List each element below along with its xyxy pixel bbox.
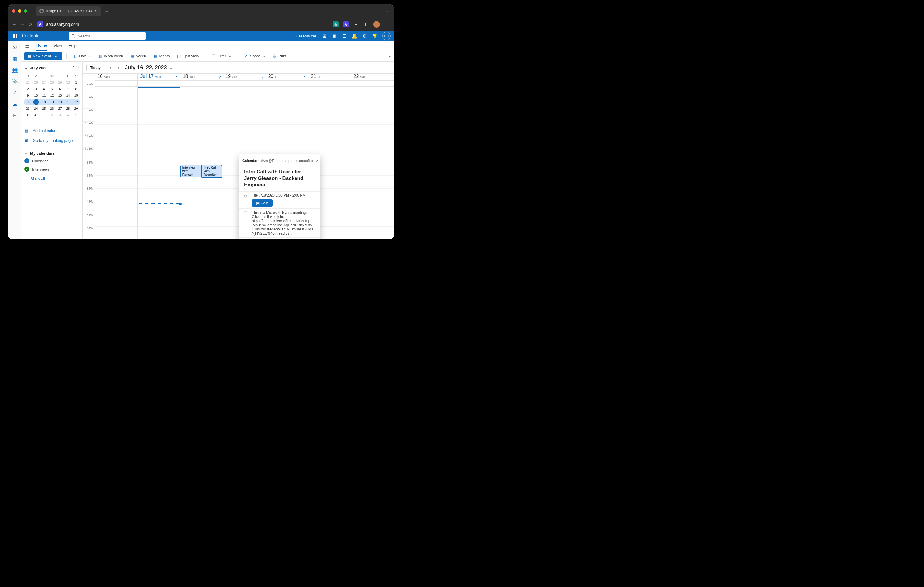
mail-icon[interactable]: ✉: [12, 44, 18, 50]
profile-badge[interactable]: OH: [382, 32, 391, 40]
hour-cell[interactable]: [95, 163, 137, 176]
hour-cell[interactable]: [266, 125, 308, 137]
mini-cal-day[interactable]: 3: [56, 112, 64, 118]
mini-cal-day[interactable]: 6: [56, 86, 64, 92]
app-launcher-button[interactable]: [11, 34, 18, 38]
all-day-row[interactable]: [137, 81, 180, 86]
hour-cell[interactable]: [137, 87, 180, 99]
mini-cal-day[interactable]: 15: [72, 92, 80, 99]
hour-cell[interactable]: [351, 201, 394, 214]
hour-cell[interactable]: [309, 112, 351, 125]
calendar-icon[interactable]: ▦: [12, 56, 18, 62]
day-column[interactable]: Jul 17Mon⚲: [137, 74, 180, 239]
day-header[interactable]: 21Fri⚲: [309, 74, 351, 81]
hour-cell[interactable]: [95, 87, 137, 99]
location-pin-icon[interactable]: ⚲: [176, 75, 178, 79]
more-apps-icon[interactable]: ⊞: [12, 112, 18, 118]
view-month-button[interactable]: ▦Month: [151, 53, 172, 59]
mini-cal-day[interactable]: 17: [32, 99, 40, 105]
hour-cell[interactable]: [309, 125, 351, 137]
day-header[interactable]: 19Wed⚲: [223, 74, 265, 81]
hour-cell[interactable]: [266, 137, 308, 150]
search-input[interactable]: [69, 32, 145, 40]
teams-icon[interactable]: ▣: [332, 33, 337, 39]
tab-view[interactable]: View: [54, 41, 62, 51]
calendar-event[interactable]: Interview with Reteam MicrosoftOliver Hi…: [180, 165, 201, 177]
meet-now-icon[interactable]: ⊞: [322, 33, 327, 39]
address-bar[interactable]: A app.ashbyhq.com: [36, 21, 329, 27]
mini-cal-day[interactable]: 13: [56, 92, 64, 99]
calendar-list-item[interactable]: ✓Interviews: [24, 165, 80, 173]
hour-cell[interactable]: [309, 137, 351, 150]
hour-cell[interactable]: [137, 214, 180, 227]
hour-cell[interactable]: [95, 201, 137, 214]
hour-cell[interactable]: [137, 150, 180, 163]
mini-cal-day[interactable]: 25: [24, 79, 32, 86]
location-pin-icon[interactable]: ⚲: [347, 75, 349, 79]
all-day-row[interactable]: [266, 81, 308, 86]
day-header[interactable]: 18Tue⚲: [180, 74, 223, 81]
hour-cell[interactable]: [351, 99, 394, 112]
hour-cell[interactable]: [137, 125, 180, 137]
hour-cell[interactable]: [351, 163, 394, 176]
hour-cell[interactable]: [351, 150, 394, 163]
mini-cal-day[interactable]: 26: [48, 105, 56, 112]
hour-cell[interactable]: [266, 112, 308, 125]
filter-button[interactable]: ☰Filter⌄: [210, 53, 233, 59]
location-pin-icon[interactable]: ⚲: [218, 75, 221, 79]
tips-icon[interactable]: 💡: [372, 33, 378, 39]
my-calendars-header[interactable]: ⌄My calendars: [24, 150, 80, 157]
people-icon[interactable]: 👥: [12, 67, 18, 73]
hour-cell[interactable]: [351, 137, 394, 150]
hour-cell[interactable]: [180, 150, 223, 163]
hour-cell[interactable]: [351, 214, 394, 227]
extensions-menu-icon[interactable]: ✦: [353, 21, 359, 27]
hour-cell[interactable]: [95, 150, 137, 163]
mini-cal-day[interactable]: 14: [64, 92, 72, 99]
next-month-button[interactable]: ˅: [78, 66, 79, 70]
back-button[interactable]: ←: [12, 22, 16, 27]
hour-cell[interactable]: [137, 163, 180, 176]
next-week-button[interactable]: ›: [117, 64, 120, 71]
hour-cell[interactable]: [180, 87, 223, 99]
day-header[interactable]: 20Thu⚲: [266, 74, 308, 81]
hour-cell[interactable]: [137, 137, 180, 150]
mini-cal-day[interactable]: 20: [56, 99, 64, 105]
view-day-button[interactable]: ▯Day⌄: [71, 53, 93, 59]
all-day-row[interactable]: [351, 81, 394, 86]
hour-cell[interactable]: [95, 112, 137, 125]
forward-button[interactable]: →: [20, 22, 25, 27]
nav-toggle-button[interactable]: ☰: [25, 43, 30, 49]
prev-week-button[interactable]: ‹: [109, 64, 112, 71]
today-button[interactable]: Today: [86, 64, 104, 71]
files-icon[interactable]: 📎: [12, 78, 18, 84]
new-event-button[interactable]: ▦ New event ⌄: [25, 52, 62, 60]
mini-cal-day[interactable]: 21: [64, 99, 72, 105]
hour-cell[interactable]: [180, 112, 223, 125]
hour-cell[interactable]: [180, 99, 223, 112]
hour-cell[interactable]: [180, 227, 223, 239]
day-column[interactable]: 16Sun: [95, 74, 137, 239]
hour-cell[interactable]: [351, 227, 394, 239]
mini-cal-day[interactable]: 1: [72, 79, 80, 86]
show-all-link[interactable]: Show all: [24, 173, 80, 184]
all-day-row[interactable]: [180, 81, 223, 86]
hour-cell[interactable]: [137, 227, 180, 239]
day-header[interactable]: 16Sun: [95, 74, 137, 81]
hour-cell[interactable]: [223, 137, 265, 150]
hour-cell[interactable]: [95, 125, 137, 137]
day-column[interactable]: 18Tue⚲Interview with Reteam MicrosoftOli…: [180, 74, 223, 239]
mini-cal-day[interactable]: 16: [24, 99, 32, 105]
hour-cell[interactable]: [351, 176, 394, 189]
browser-tab[interactable]: ◉ image (20).png (3450×1934) ✕: [36, 6, 101, 16]
mini-cal-day[interactable]: 11: [40, 92, 48, 99]
mini-cal-day[interactable]: 2: [48, 112, 56, 118]
hour-cell[interactable]: [180, 125, 223, 137]
hour-cell[interactable]: [95, 99, 137, 112]
hour-cell[interactable]: [351, 189, 394, 201]
tab-home[interactable]: Home: [36, 41, 47, 51]
hour-cell[interactable]: [223, 87, 265, 99]
hour-cell[interactable]: [180, 189, 223, 201]
print-button[interactable]: ⎙Print: [270, 53, 288, 59]
mini-cal-day[interactable]: 25: [40, 105, 48, 112]
